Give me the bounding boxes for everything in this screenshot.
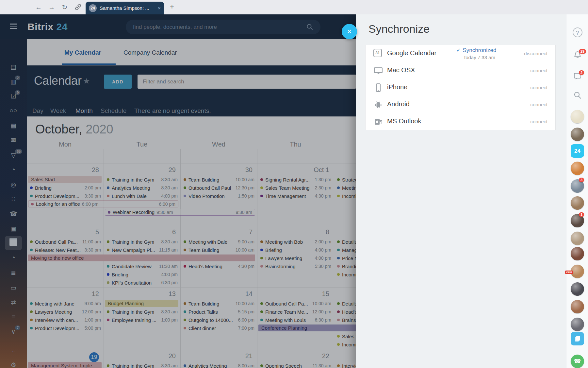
right-sidebar: ?2922431CRM☎ [566,14,588,368]
avatar[interactable]: 1 [566,214,588,227]
avatar[interactable] [566,282,588,296]
status-timestamp: today 7:33 am [464,55,496,60]
bitrix24-logo[interactable]: 24 [566,144,588,158]
messenger-icon[interactable]: 2 [566,72,588,80]
android-icon [373,100,383,110]
notification-badge: 1 [579,212,584,217]
avatar[interactable] [566,318,588,331]
sync-device-row[interactable]: 31Google Calendardisconnect✓Synchronized… [366,45,555,62]
pages-icon[interactable] [566,332,588,345]
sync-device-row[interactable]: Androidconnect [373,96,555,113]
avatar[interactable] [566,247,588,260]
avatar[interactable] [566,196,588,210]
connect-link[interactable]: connect [530,119,547,124]
sync-devices-card: 31Google Calendardisconnect✓Synchronized… [365,45,556,130]
connect-link[interactable]: connect [530,85,547,90]
status-text: Synchronized [463,47,496,53]
notification-badge: 29 [579,49,586,54]
device-label: iPhone [387,83,407,91]
device-label: MS Outlook [387,117,421,125]
app: Bitrix 24 My Calendar Company Calendar C… [0,14,588,368]
avatar[interactable] [566,110,588,123]
avatar[interactable] [566,300,588,313]
dim-overlay [0,14,356,368]
sync-status: ✓Synchronizedtoday 7:33 am [456,47,496,60]
disconnect-link[interactable]: disconnect [524,51,547,56]
google-calendar-icon: 31 [373,49,383,59]
synchronize-panel: Synchronize 31Google Calendardisconnect✓… [356,14,566,368]
avatar[interactable]: CRM [566,265,588,278]
connect-link[interactable]: connect [530,68,547,73]
sync-device-row[interactable]: Mac OSXconnect [373,62,555,79]
avatar[interactable]: 3 [566,179,588,193]
browser-bar: ← → ↻ 24 Samantha Simpson: ... × + [0,0,588,14]
forward-icon[interactable]: → [47,3,56,12]
device-label: Mac OSX [387,66,415,74]
browser-tab[interactable]: 24 Samantha Simpson: ... × [86,2,164,14]
notifications-bell-icon[interactable]: 29 [566,51,588,59]
link-icon[interactable] [73,3,82,12]
avatar[interactable] [566,162,588,175]
device-label: Android [387,100,410,108]
call-icon[interactable]: ☎ [566,355,588,368]
panel-title: Synchronize [368,23,430,35]
sync-device-row[interactable]: iPhoneconnect [373,79,555,96]
crm-tag: CRM [565,271,573,274]
new-tab-button[interactable]: + [170,3,174,11]
panel-close-button[interactable]: ✕ [342,24,357,39]
screen: { "browser": { "tab_title": "Samantha Si… [0,0,588,368]
tab-favicon: 24 [89,4,97,12]
avatar[interactable] [566,232,588,245]
back-icon[interactable]: ← [34,3,43,12]
tab-close-icon[interactable]: × [158,5,161,11]
check-icon: ✓ [456,47,461,53]
mac-icon [373,66,383,76]
search-icon[interactable] [566,91,588,99]
help-icon[interactable]: ? [566,27,588,37]
reload-icon[interactable]: ↻ [60,3,69,12]
avatar[interactable] [566,128,588,141]
outlook-icon [373,117,383,127]
device-label: Google Calendar [387,49,436,57]
iphone-icon [373,83,383,93]
sync-device-row[interactable]: MS Outlookconnect [373,113,555,130]
connect-link[interactable]: connect [530,102,547,107]
notification-badge: 2 [579,70,584,75]
tab-title: Samantha Simpson: ... [100,5,156,11]
notification-badge: 3 [579,178,584,182]
